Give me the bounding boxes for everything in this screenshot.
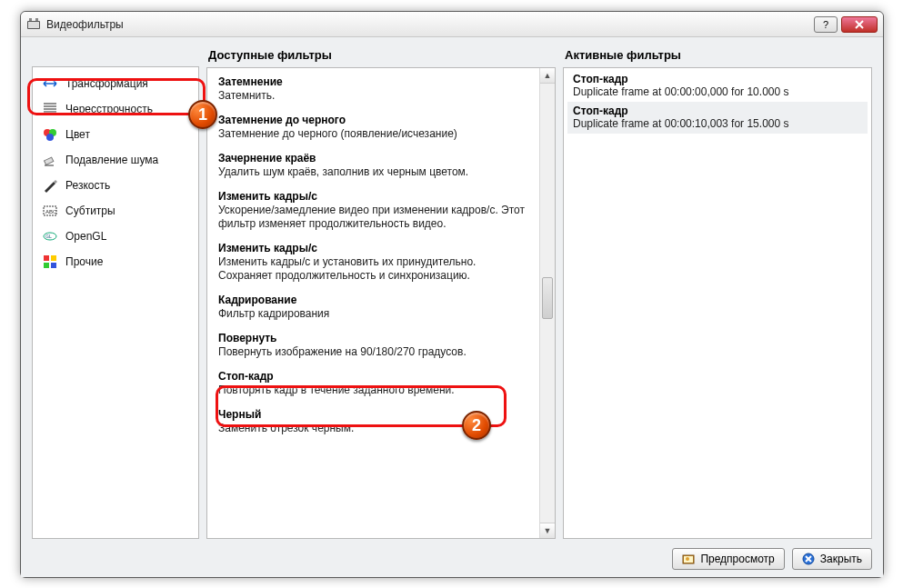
active-filter-item[interactable]: Стоп-кадрDuplicate frame at 00:00:10,003…: [567, 102, 868, 134]
filter-description: Заменить отрезок черным.: [218, 422, 533, 435]
svg-rect-3: [35, 18, 38, 21]
filter-description: Удалить шум краёв, заполнив их черным цв…: [218, 165, 533, 179]
svg-point-11: [46, 134, 54, 141]
category-misc[interactable]: Прочие: [33, 249, 198, 274]
active-filter-description: Duplicate frame at 00:00:10,003 for 15.0…: [573, 117, 862, 130]
category-label: Резкость: [65, 179, 110, 192]
svg-rect-2: [29, 18, 32, 21]
subtitles-icon: ABC: [42, 203, 58, 219]
category-label: Прочие: [65, 255, 103, 268]
filter-name: Кадрирование: [218, 294, 533, 306]
categories-panel: ТрансформацияЧересстрочностьЦветПодавлен…: [32, 66, 199, 539]
filter-name: Изменить кадры/с: [218, 190, 533, 203]
svg-rect-12: [45, 157, 54, 164]
filter-item[interactable]: ПовернутьПовернуть изображение на 90/180…: [216, 326, 535, 364]
active-header: Активные фильтры: [563, 46, 872, 67]
window-title: Видеофильтры: [46, 18, 810, 31]
svg-rect-1: [28, 22, 39, 28]
svg-rect-17: [44, 255, 49, 261]
window-close-button[interactable]: [841, 16, 878, 33]
category-interlace[interactable]: Чересстрочность: [33, 96, 198, 122]
preview-label: Предпросмотр: [700, 553, 774, 565]
category-label: Цвет: [65, 128, 90, 141]
svg-point-23: [686, 557, 689, 561]
filter-description: Повернуть изображение на 90/180/270 град…: [218, 345, 533, 359]
active-filter-item[interactable]: Стоп-кадрDuplicate frame at 00:00:00,000…: [567, 70, 868, 102]
opengl-icon: GL: [42, 228, 58, 244]
filter-item[interactable]: Затемнение до черногоЗатемнение до черно…: [216, 108, 535, 146]
close-button[interactable]: Закрыть: [792, 548, 872, 570]
app-icon: [26, 17, 41, 32]
eraser-icon: [42, 152, 58, 168]
available-header: Доступные фильтры: [206, 46, 556, 67]
active-filter-name: Стоп-кадр: [573, 73, 862, 85]
available-filters-panel: ЗатемнениеЗатемнить.Затемнение до черног…: [206, 67, 556, 539]
available-scrollbar[interactable]: ▲ ▼: [539, 68, 555, 538]
category-label: Чересстрочность: [65, 103, 153, 115]
color-icon: [42, 126, 58, 143]
filter-name: Повернуть: [218, 332, 533, 344]
titlebar[interactable]: Видеофильтры ?: [21, 12, 883, 37]
filter-description: Изменить кадры/с и установить их принуди…: [218, 255, 533, 283]
close-icon: [802, 553, 815, 565]
scroll-thumb[interactable]: [542, 277, 553, 319]
svg-text:GL: GL: [45, 234, 52, 239]
category-sharpen[interactable]: Резкость: [33, 173, 198, 198]
pen-icon: [42, 177, 58, 194]
active-filter-description: Duplicate frame at 00:00:00,000 for 10.0…: [573, 85, 862, 98]
scroll-track[interactable]: [540, 84, 555, 523]
filter-item[interactable]: Изменить кадры/сИзменить кадры/с и устан…: [216, 236, 535, 288]
close-label: Закрыть: [820, 553, 862, 565]
filter-item[interactable]: Зачернение краёвУдалить шум краёв, запол…: [216, 146, 535, 184]
filter-description: Затемнение до черного (появление/исчезан…: [218, 127, 533, 141]
filter-item[interactable]: Стоп-кадрПовторять кадр в течение заданн…: [216, 364, 535, 403]
category-label: Трансформация: [65, 77, 148, 90]
category-opengl[interactable]: GLOpenGL: [33, 224, 198, 249]
filter-name: Изменить кадры/с: [218, 242, 533, 254]
filter-description: Ускорение/замедление видео при изменении…: [218, 204, 533, 231]
filter-name: Затемнение: [218, 75, 533, 88]
category-label: Субтитры: [65, 204, 115, 217]
svg-text:ABC: ABC: [45, 209, 57, 214]
svg-rect-20: [51, 263, 56, 268]
filter-name: Стоп-кадр: [218, 370, 533, 383]
category-denoise[interactable]: Подавление шума: [33, 147, 198, 173]
filter-name: Затемнение до черного: [218, 114, 533, 126]
filter-name: Черный: [218, 408, 533, 421]
help-button[interactable]: ?: [814, 16, 838, 33]
transform-icon: [42, 75, 58, 92]
filter-item[interactable]: ЧерныйЗаменить отрезок черным.: [216, 403, 535, 441]
misc-icon: [42, 254, 58, 270]
filter-item[interactable]: ЗатемнениеЗатемнить.: [216, 70, 535, 108]
scroll-up-icon[interactable]: ▲: [540, 68, 555, 84]
scroll-down-icon[interactable]: ▼: [540, 523, 555, 538]
preview-button[interactable]: Предпросмотр: [672, 548, 784, 570]
active-filter-name: Стоп-кадр: [573, 105, 862, 117]
category-label: OpenGL: [65, 230, 106, 243]
filter-item[interactable]: Изменить кадры/сУскорение/замедление вид…: [216, 184, 535, 236]
dialog-buttons: Предпросмотр Закрыть: [32, 539, 872, 570]
video-filters-dialog: Видеофильтры ? ТрансформацияЧересстрочно…: [20, 11, 884, 578]
category-color[interactable]: Цвет: [33, 122, 198, 147]
category-transform[interactable]: Трансформация: [33, 71, 198, 96]
filter-description: Затемнить.: [218, 89, 533, 103]
category-label: Подавление шума: [65, 154, 158, 166]
filter-description: Фильтр кадрирования: [218, 307, 533, 321]
interlace-icon: [42, 101, 58, 117]
svg-rect-18: [51, 255, 56, 261]
category-subtitles[interactable]: ABCСубтитры: [33, 198, 198, 224]
filter-name: Зачернение краёв: [218, 152, 533, 164]
svg-rect-19: [44, 263, 49, 268]
active-filters-panel: Стоп-кадрDuplicate frame at 00:00:00,000…: [563, 67, 872, 539]
filter-item[interactable]: КадрированиеФильтр кадрирования: [216, 288, 535, 326]
dialog-body: ТрансформацияЧересстрочностьЦветПодавлен…: [21, 37, 883, 577]
filter-description: Повторять кадр в течение заданного време…: [218, 384, 533, 397]
preview-icon: [682, 553, 695, 565]
